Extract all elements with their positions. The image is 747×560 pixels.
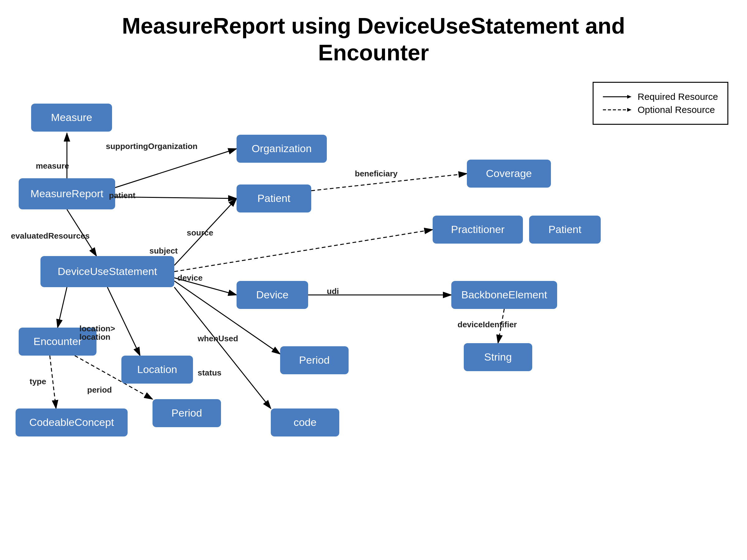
label-device: device — [177, 273, 203, 283]
label-subject: subject — [149, 246, 178, 256]
node-measurereport: MeasureReport — [19, 178, 115, 209]
legend-optional: Optional Resource — [603, 105, 718, 115]
node-string: String — [464, 343, 532, 371]
node-code: code — [271, 408, 339, 436]
legend-optional-label: Optional Resource — [638, 105, 715, 115]
label-measure: measure — [36, 161, 69, 171]
label-beneficiary: beneficiary — [355, 169, 397, 179]
label-period: period — [87, 385, 112, 395]
label-location: location — [79, 332, 110, 342]
svg-marker-19 — [627, 95, 632, 99]
label-evaluated: evaluatedResources — [11, 231, 89, 241]
node-organization: Organization — [236, 135, 327, 163]
node-patient-top: Patient — [236, 185, 311, 212]
node-deviceusestatement: DeviceUseStatement — [41, 256, 174, 287]
label-udi: udi — [327, 287, 339, 296]
node-patient-right: Patient — [529, 216, 601, 244]
svg-line-10 — [58, 287, 67, 328]
node-practitioner: Practitioner — [433, 216, 523, 244]
label-type: type — [30, 377, 46, 386]
legend-required: Required Resource — [603, 91, 718, 102]
node-codeableconcept: CodeableConcept — [16, 408, 128, 436]
node-coverage: Coverage — [467, 160, 551, 188]
page-title: MeasureReport using DeviceUseStatement a… — [0, 0, 747, 73]
node-measure: Measure — [31, 104, 112, 132]
label-supporting-org: supportingOrganization — [106, 141, 198, 151]
node-period-right: Period — [280, 346, 349, 374]
node-backboneelement: BackboneElement — [451, 281, 557, 309]
svg-marker-21 — [627, 108, 632, 112]
node-location: Location — [121, 355, 193, 383]
label-source: source — [187, 228, 213, 238]
label-patient: patient — [109, 191, 135, 201]
label-whenused: whenUsed — [198, 334, 238, 344]
legend: Required Resource Optional Resource — [593, 82, 728, 125]
svg-line-3 — [115, 149, 236, 188]
node-device: Device — [236, 281, 308, 309]
label-status: status — [198, 368, 222, 378]
svg-line-11 — [107, 287, 140, 355]
legend-required-label: Required Resource — [638, 91, 718, 102]
node-period-bottom: Period — [153, 399, 221, 427]
svg-line-16 — [50, 355, 56, 408]
label-deviceidentifier: deviceIdentifier — [458, 320, 517, 329]
